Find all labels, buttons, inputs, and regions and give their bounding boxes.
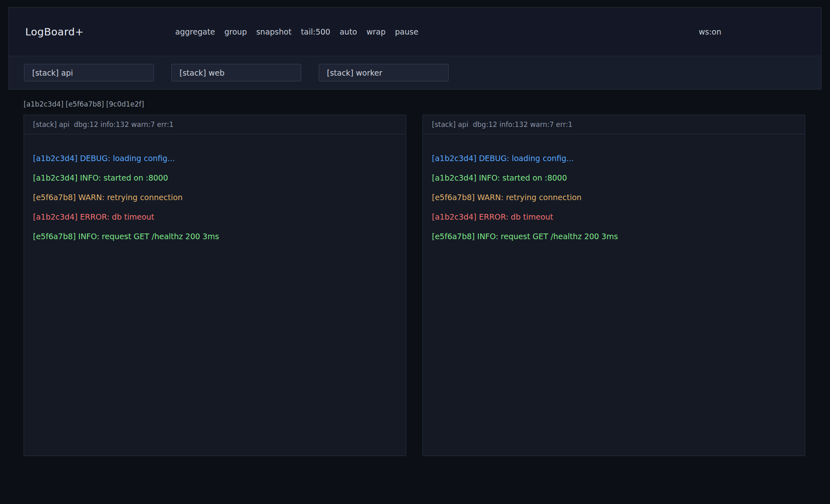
log-panel-body[interactable]: [a1b2c3d4] DEBUG: loading config...[a1b2… [24, 134, 406, 242]
toolbar-item-auto[interactable]: auto [339, 27, 357, 36]
ws-status-toggle[interactable]: ws:on [699, 27, 721, 36]
log-panel-body[interactable]: [a1b2c3d4] DEBUG: loading config...[a1b2… [423, 134, 805, 242]
log-line-info: [e5f6a7b8] INFO: request GET /healthz 20… [33, 231, 397, 242]
toolbar: aggregategroupsnapshottail:500autowrappa… [175, 27, 418, 36]
log-line-warn: [e5f6a7b8] WARN: retrying connection [33, 192, 397, 203]
stack-tab-stack-worker[interactable]: [stack] worker [319, 64, 449, 81]
app-title: LogBoard+ [25, 26, 84, 38]
stack-tab-stack-api[interactable]: [stack] api [24, 64, 154, 81]
toolbar-item-wrap[interactable]: wrap [366, 27, 385, 36]
log-panel-header: [stack] api dbg:12 info:132 warn:7 err:1 [423, 115, 805, 134]
toolbar-item-tail-500[interactable]: tail:500 [301, 27, 330, 36]
toolbar-item-group[interactable]: group [224, 27, 247, 36]
breadcrumb: [a1b2c3d4] [e5f6a7b8] [9c0d1e2f] [24, 100, 830, 108]
log-panel-header: [stack] api dbg:12 info:132 warn:7 err:1 [24, 115, 406, 134]
panels-row: [stack] api dbg:12 info:132 warn:7 err:1… [24, 115, 805, 456]
log-line-info: [a1b2c3d4] INFO: started on :8000 [33, 172, 397, 183]
toolbar-item-aggregate[interactable]: aggregate [175, 27, 215, 36]
log-line-debug: [a1b2c3d4] DEBUG: loading config... [432, 153, 796, 164]
toolbar-item-snapshot[interactable]: snapshot [256, 27, 291, 36]
log-line-error: [a1b2c3d4] ERROR: db timeout [33, 211, 397, 223]
log-panel-2: [stack] api dbg:12 info:132 warn:7 err:1… [423, 115, 805, 456]
log-panel-1: [stack] api dbg:12 info:132 warn:7 err:1… [24, 115, 406, 456]
log-line-error: [a1b2c3d4] ERROR: db timeout [432, 211, 796, 223]
stack-tab-stack-web[interactable]: [stack] web [171, 64, 301, 81]
log-line-info: [e5f6a7b8] INFO: request GET /healthz 20… [432, 231, 796, 242]
header-top-row: LogBoard+ aggregategroupsnapshottail:500… [9, 8, 821, 56]
log-line-info: [a1b2c3d4] INFO: started on :8000 [432, 172, 796, 183]
header: LogBoard+ aggregategroupsnapshottail:500… [9, 7, 821, 89]
stack-tabs-row: [stack] api[stack] web[stack] worker [9, 56, 821, 89]
toolbar-item-pause[interactable]: pause [395, 27, 418, 36]
log-line-debug: [a1b2c3d4] DEBUG: loading config... [33, 153, 397, 164]
log-line-warn: [e5f6a7b8] WARN: retrying connection [432, 192, 796, 203]
